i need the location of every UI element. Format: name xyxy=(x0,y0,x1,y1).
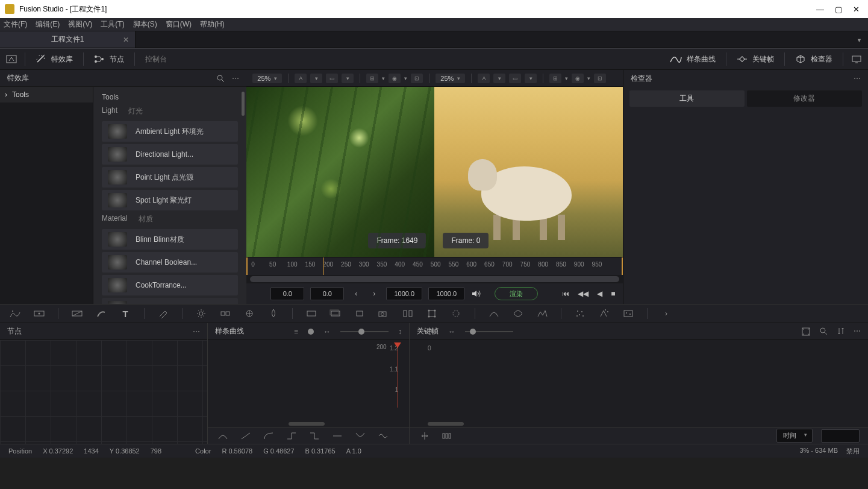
console-button[interactable]: 控制台 xyxy=(137,49,175,69)
inspector-options-icon[interactable]: ⋯ xyxy=(854,74,861,83)
spline-canvas[interactable]: 200 1.2 1.1 1 xyxy=(208,340,409,427)
inspector-tab-tools[interactable]: 工具 xyxy=(629,90,745,107)
shelf-brightness-icon[interactable] xyxy=(195,307,208,320)
viewer-a-channel-a[interactable]: A xyxy=(295,74,307,83)
kf-zoom-in-icon[interactable] xyxy=(819,327,828,336)
menu-help[interactable]: 帮助(H) xyxy=(200,19,225,30)
fx-item-spot-light[interactable]: Spot Light 聚光灯 xyxy=(102,190,238,210)
tab-overflow-icon[interactable]: ▼ xyxy=(857,37,862,43)
kf-hscroll[interactable] xyxy=(428,422,464,426)
shelf-glow-icon[interactable] xyxy=(353,307,366,320)
kf-time-input[interactable] xyxy=(821,429,860,443)
viewer-a[interactable]: Frame: 1649 xyxy=(246,87,434,257)
fx-item-material-merge[interactable]: Material Merge xyxy=(102,298,238,304)
spline-dot-icon[interactable] xyxy=(308,329,314,335)
menu-view[interactable]: 视图(V) xyxy=(68,19,92,30)
viewer-b-zoom[interactable]: 25%▾ xyxy=(436,74,465,83)
viewer-b-color-button[interactable]: ◉ xyxy=(572,74,584,83)
viewer-a-color-button[interactable]: ◉ xyxy=(389,74,401,83)
secondary-monitor-button[interactable] xyxy=(845,49,868,69)
fx-item-channel-boolean[interactable]: Channel Boolean... xyxy=(102,252,238,273)
spline-tool-ease-icon[interactable] xyxy=(262,429,275,443)
current-time-field[interactable]: 0.0 xyxy=(310,287,344,300)
shelf-camera-icon[interactable] xyxy=(377,307,390,320)
kf-options-icon[interactable]: ⋯ xyxy=(854,327,861,336)
stop-button[interactable]: ■ xyxy=(611,289,615,298)
spline-button[interactable]: 样条曲线 xyxy=(661,49,724,69)
kf-time-select[interactable]: 时间 ▾ xyxy=(776,429,813,443)
viewer-a-snapshot-button[interactable]: ⊡ xyxy=(411,74,423,83)
spline-tool-step-out-icon[interactable] xyxy=(308,429,321,443)
viewer-a-lut-button[interactable]: ▭ xyxy=(326,74,338,83)
shelf-resize-icon[interactable] xyxy=(449,307,463,320)
spline-tool-invert-icon[interactable] xyxy=(376,429,390,443)
document-tab[interactable]: 工程文件1 ✕ xyxy=(0,31,136,48)
layout-dropdown-button[interactable] xyxy=(0,49,23,69)
panel-options-icon[interactable]: ⋯ xyxy=(232,74,239,83)
keyframe-canvas[interactable]: 0 xyxy=(410,340,868,427)
spline-zoom-horizontal-icon[interactable]: ↔ xyxy=(323,327,331,336)
viewer-b-lut-button[interactable]: ▭ xyxy=(509,74,521,83)
menu-file[interactable]: 文件(F) xyxy=(4,19,27,30)
shelf-transform-icon[interactable] xyxy=(425,307,439,320)
viewer-b-channel-a[interactable]: A xyxy=(478,74,490,83)
shelf-particlerender-icon[interactable] xyxy=(622,307,635,320)
kf-zoom-slider[interactable] xyxy=(465,331,513,332)
viewer-b[interactable]: Frame: 0 xyxy=(434,87,622,257)
viewer-a-lut-dd[interactable]: ▾ xyxy=(342,74,354,83)
timeline-ruler[interactable]: 0501001502002503003504004505005506006507… xyxy=(246,257,622,275)
spline-filter-icon[interactable]: ≡ xyxy=(294,327,298,336)
shelf-gradient-icon[interactable] xyxy=(70,307,84,320)
range-out-field[interactable]: 1000.0 xyxy=(386,287,422,300)
inspector-button[interactable]: 检查器 xyxy=(787,49,841,69)
spline-tool-smooth-icon[interactable] xyxy=(216,429,229,443)
fx-item-ambient-light[interactable]: Ambient Light 环境光 xyxy=(102,121,238,142)
kf-tool-align-icon[interactable] xyxy=(418,429,431,443)
viewer-a-zoom[interactable]: 25%▾ xyxy=(252,74,282,83)
kf-fit-icon[interactable] xyxy=(801,327,811,336)
shelf-colorcorrect-icon[interactable] xyxy=(243,307,256,320)
shelf-bspline-icon[interactable] xyxy=(511,307,525,320)
maximize-button[interactable]: ▢ xyxy=(835,5,842,14)
search-icon[interactable] xyxy=(216,74,225,83)
range-in-field[interactable]: 0.0 xyxy=(270,287,304,300)
shelf-next-icon[interactable]: › xyxy=(660,307,673,320)
spline-zoom-vertical-icon[interactable]: ↕ xyxy=(398,327,402,336)
spline-tool-flat-icon[interactable] xyxy=(331,429,344,443)
spline-zoom-slider[interactable] xyxy=(340,331,389,332)
tree-item-tools[interactable]: › Tools xyxy=(0,87,93,103)
global-out-field[interactable]: 1000.0 xyxy=(428,287,464,300)
shelf-polyline-icon[interactable] xyxy=(487,307,501,320)
shelf-paint-icon[interactable] xyxy=(95,307,108,320)
spline-playhead-marker[interactable] xyxy=(394,342,401,348)
prev-frame-button[interactable]: ‹ xyxy=(350,288,362,300)
menu-script[interactable]: 脚本(S) xyxy=(133,19,157,30)
shelf-particleemit-icon[interactable] xyxy=(598,307,611,320)
shelf-sharpen-icon[interactable] xyxy=(329,307,342,320)
next-frame-button[interactable]: › xyxy=(368,288,380,300)
menu-edit[interactable]: 编辑(E) xyxy=(36,19,60,30)
shelf-fastnoise-icon[interactable] xyxy=(33,307,46,320)
status-disable[interactable]: 禁用 xyxy=(846,447,860,456)
spline-tool-step-in-icon[interactable] xyxy=(285,429,298,443)
kf-sort-icon[interactable] xyxy=(837,327,845,336)
shelf-channelop-icon[interactable] xyxy=(219,307,232,320)
scrollbar-thumb[interactable] xyxy=(242,92,245,116)
nodes-button[interactable]: 节点 xyxy=(86,49,133,69)
viewer-a-channel-dd[interactable]: ▾ xyxy=(310,74,322,83)
speaker-icon[interactable] xyxy=(470,288,482,300)
shelf-hue-icon[interactable] xyxy=(267,307,280,320)
fx-item-directional-light[interactable]: Directional Light... xyxy=(102,144,238,165)
goto-start-button[interactable]: ⏮ xyxy=(562,289,569,298)
close-tab-button[interactable]: ✕ xyxy=(123,36,129,44)
keyframe-button[interactable]: 关键帧 xyxy=(728,49,782,69)
close-window-button[interactable]: ✕ xyxy=(853,5,860,14)
spline-tool-linear-icon[interactable] xyxy=(239,429,252,443)
viewer-b-channel-dd[interactable]: ▾ xyxy=(493,74,505,83)
viewer-a-roi-button[interactable]: ⊞ xyxy=(366,74,378,83)
shelf-background-icon[interactable] xyxy=(8,307,22,320)
viewer-b-roi-button[interactable]: ⊞ xyxy=(549,74,561,83)
effects-library-button[interactable]: 特效库 xyxy=(27,49,81,69)
shelf-brush-icon[interactable] xyxy=(157,307,170,320)
shelf-particles-icon[interactable] xyxy=(573,307,587,320)
